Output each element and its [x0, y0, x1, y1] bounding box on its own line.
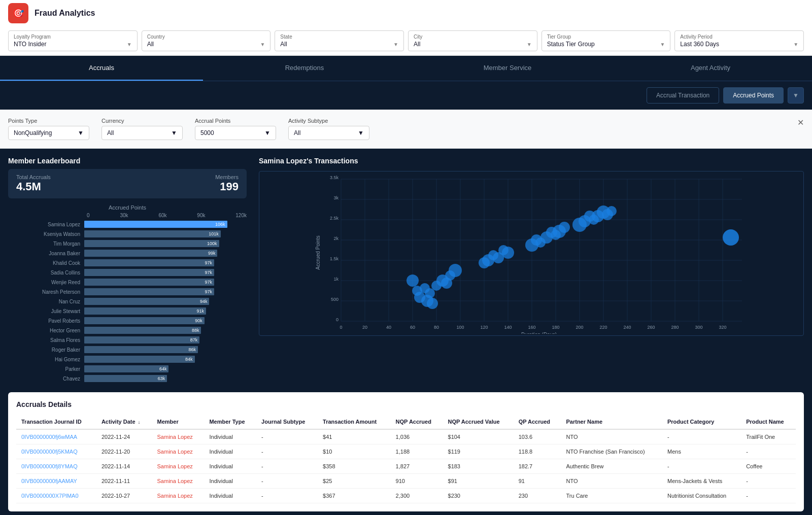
col-header-1[interactable]: Activity Date ↓ [96, 415, 152, 429]
accrual-transaction-toggle[interactable]: Accrual Transaction [647, 87, 719, 104]
col-header-11[interactable]: Product Name [741, 415, 796, 429]
table-cell: Individual [204, 459, 256, 474]
filter-city[interactable]: CityAll ▼ [408, 30, 537, 51]
tab-accruals[interactable]: Accruals [0, 56, 203, 81]
transaction-id-link[interactable]: 0IVB0000000X7PlMA0 [16, 489, 96, 503]
svg-text:140: 140 [504, 325, 512, 330]
table-cell: 2022-11-24 [96, 429, 152, 444]
svg-text:1k: 1k [333, 277, 339, 282]
app-logo: 🎯 [8, 3, 28, 23]
table-cell: Nutritionist Consultation [662, 489, 741, 503]
list-item[interactable]: Khalid Cook 97k [8, 259, 247, 267]
table-cell: $91 [443, 474, 514, 489]
member-name-link[interactable]: Samina Lopez [152, 459, 205, 474]
list-item[interactable]: Salma Flores 87k [8, 336, 247, 344]
member-name-link[interactable]: Samina Lopez [152, 429, 205, 444]
list-item[interactable]: Roger Baker 86k [8, 346, 247, 354]
svg-point-69 [502, 247, 514, 259]
list-item[interactable]: Hai Gomez 84k [8, 355, 247, 363]
list-item[interactable]: Chavez 63k [8, 374, 247, 383]
col-header-7[interactable]: NQP Accrued Value [443, 415, 514, 429]
table-row: 0IVB0000000X7PlMA02022-10-27Samina Lopez… [16, 489, 796, 503]
list-item[interactable]: Sadia Collins 97k [8, 268, 247, 277]
filter-tier-group[interactable]: Tier GroupStatus Tier Group ▼ [542, 30, 671, 51]
table-cell: Authentic Brew [561, 459, 663, 474]
filter-activity-period[interactable]: Activity PeriodLast 360 Days ▼ [674, 30, 804, 51]
svg-text:2.5k: 2.5k [330, 216, 339, 221]
tabs-bar: AccrualsRedemptionsMember ServiceAgent A… [0, 56, 812, 81]
table-cell: 182.7 [514, 459, 561, 474]
table-cell: Tru Care [561, 489, 663, 503]
list-item[interactable]: Kseniya Watson 101k [8, 230, 247, 238]
table-cell: Individual [204, 489, 256, 503]
col-header-6[interactable]: NQP Accrued [391, 415, 443, 429]
table-cell: 2022-11-20 [96, 444, 152, 459]
table-cell: $41 [318, 429, 391, 444]
col-header-2[interactable]: Member [152, 415, 205, 429]
col-header-3[interactable]: Member Type [204, 415, 256, 429]
filter-country[interactable]: CountryAll ▼ [142, 30, 271, 51]
col-header-10[interactable]: Product Category [662, 415, 741, 429]
filter-panel-close[interactable]: ✕ [797, 118, 804, 127]
col-header-8[interactable]: QP Accrued [514, 415, 561, 429]
scatter-svg: 0 500 1k 1.5k 2k 2.5k 3k 3.5k [259, 171, 803, 334]
app-header: 🎯 Fraud Analytics [0, 0, 812, 26]
svg-text:500: 500 [331, 297, 339, 302]
tab-agent-activity[interactable]: Agent Activity [609, 56, 812, 81]
fp-currency: CurrencyAll ▼ [101, 118, 183, 140]
member-name-link[interactable]: Samina Lopez [152, 474, 205, 489]
table-cell: 230 [514, 489, 561, 503]
svg-text:80: 80 [434, 325, 439, 330]
accrued-points-toggle[interactable]: Accrued Points [723, 87, 784, 104]
member-leaderboard: Member Leaderboard Total Accruals 4.5M M… [8, 157, 247, 384]
table-cell: NTO [561, 474, 663, 489]
filter-state[interactable]: StateAll ▼ [275, 30, 404, 51]
member-name-link[interactable]: Samina Lopez [152, 444, 205, 459]
sub-controls: Accrual Transaction Accrued Points ▼ [0, 81, 812, 110]
list-item[interactable]: Tim Morgan 100k [8, 239, 247, 248]
svg-text:120: 120 [480, 325, 488, 330]
table-cell: $358 [318, 459, 391, 474]
transaction-id-link[interactable]: 0IVB0000000fj5KMAQ [16, 444, 96, 459]
col-header-4[interactable]: Journal Subtype [256, 415, 318, 429]
table-cell: 2022-11-11 [96, 474, 152, 489]
col-header-9[interactable]: Partner Name [561, 415, 663, 429]
svg-text:160: 160 [528, 325, 535, 330]
list-item[interactable]: Wenjie Reed 97k [8, 278, 247, 286]
list-item[interactable]: Nan Cruz 94k [8, 297, 247, 305]
table-cell: Mens-Jackets & Vests [662, 474, 741, 489]
fp-points-type: Points TypeNonQualifying ▼ [8, 118, 89, 140]
list-item[interactable]: Joanna Baker 99k [8, 249, 247, 257]
table-cell: $230 [443, 489, 514, 503]
col-header-0[interactable]: Transaction Journal ID [16, 415, 96, 429]
total-accruals-value: 4.5M [16, 180, 51, 193]
table-cell: $10 [318, 444, 391, 459]
table-cell: TrailFit One [741, 429, 796, 444]
filter-icon-button[interactable]: ▼ [788, 87, 804, 104]
member-name-link[interactable]: Samina Lopez [152, 489, 205, 503]
transaction-id-link[interactable]: 0IVB0000000fjAAMAY [16, 474, 96, 489]
transaction-id-link[interactable]: 0IVB0000000fj6wMAA [16, 429, 96, 444]
list-item[interactable]: Naresh Peterson 97k [8, 288, 247, 296]
list-item[interactable]: Samina Lopez 106k [8, 220, 247, 228]
table-cell: 1,827 [391, 459, 443, 474]
accruals-table: Transaction Journal IDActivity Date ↓Mem… [16, 415, 796, 503]
table-row: 0IVB0000000fj8YMAQ2022-11-14Samina Lopez… [16, 459, 796, 474]
filter-panel: Points TypeNonQualifying ▼CurrencyAll ▼A… [0, 110, 812, 149]
table-row: 0IVB0000000fj6wMAA2022-11-24Samina Lopez… [16, 429, 796, 444]
list-item[interactable]: Pavel Roberts 90k [8, 317, 247, 325]
svg-point-86 [723, 229, 739, 246]
col-header-5[interactable]: Transaction Amount [318, 415, 391, 429]
filter-loyalty-program[interactable]: Loyalty ProgramNTO Insider ▼ [8, 30, 138, 51]
table-cell: 118.8 [514, 444, 561, 459]
tab-redemptions[interactable]: Redemptions [203, 56, 406, 81]
list-item[interactable]: Parker 64k [8, 365, 247, 373]
tab-member-service[interactable]: Member Service [406, 56, 609, 81]
list-item[interactable]: Julie Stewart 91k [8, 307, 247, 315]
list-item[interactable]: Hector Green 88k [8, 326, 247, 334]
table-cell: 1,036 [391, 429, 443, 444]
total-accruals-label: Total Accruals [16, 174, 51, 180]
app-title: Fraud Analytics [35, 9, 95, 18]
svg-point-58 [427, 298, 438, 309]
transaction-id-link[interactable]: 0IVB0000000fj8YMAQ [16, 459, 96, 474]
